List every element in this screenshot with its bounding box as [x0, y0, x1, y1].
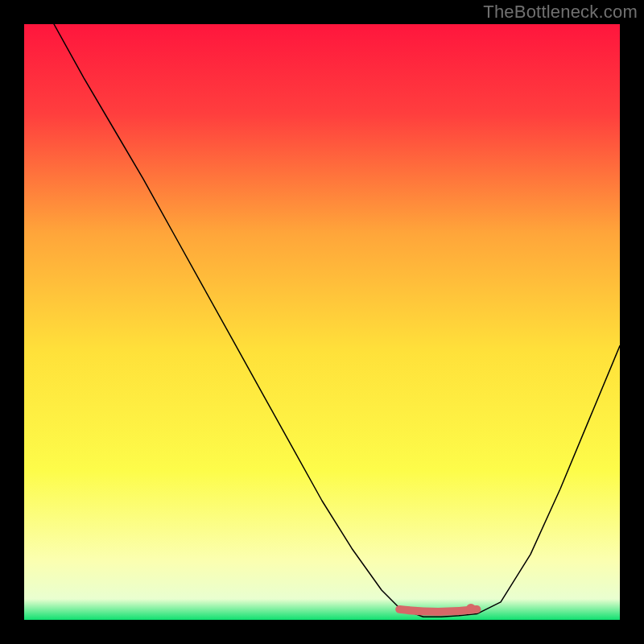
chart-canvas: TheBottleneck.com	[0, 0, 644, 644]
chart-background	[24, 24, 620, 620]
watermark-text: TheBottleneck.com	[483, 2, 638, 23]
chart-svg	[0, 0, 644, 644]
sweet-spot-dot	[466, 604, 476, 613]
sweet-spot-marker	[399, 609, 477, 612]
